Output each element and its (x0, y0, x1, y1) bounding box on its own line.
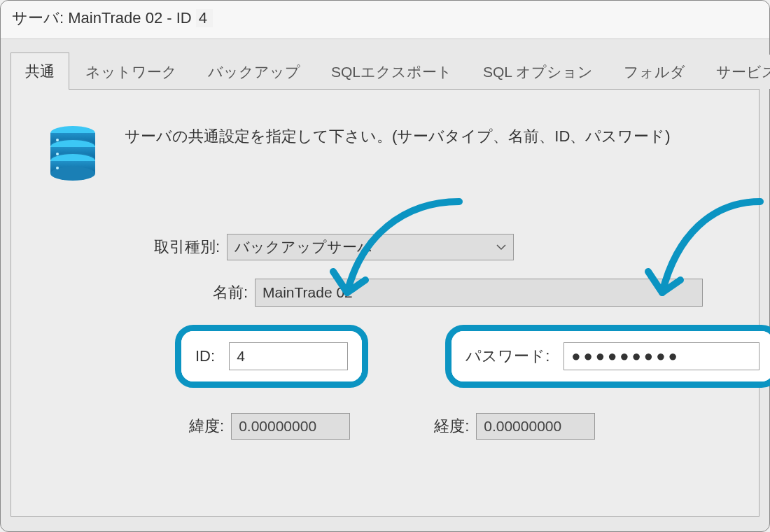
id-highlight: ID: (175, 325, 368, 388)
server-config-window: サーバ: MainTrade 02 - ID 4 共通 ネットワーク バックアッ… (0, 0, 770, 532)
window-title: サーバ: MainTrade 02 - ID 4 (1, 1, 769, 39)
longitude-input[interactable] (476, 413, 595, 440)
tab-sql-export[interactable]: SQLエクスポート (316, 55, 467, 89)
panel-description: サーバの共通設定を指定して下さい。(サーバタイプ、名前、ID、パスワード) (125, 123, 671, 147)
chevron-down-icon (496, 241, 506, 253)
trade-type-select[interactable]: バックアップサーバ (227, 234, 514, 260)
latitude-input[interactable] (231, 413, 350, 440)
tab-sql-options[interactable]: SQL オプション (468, 55, 608, 89)
svg-point-9 (56, 139, 59, 141)
tab-folder[interactable]: フォルダ (609, 55, 700, 89)
tab-backup[interactable]: バックアップ (193, 55, 315, 89)
id-label: ID: (195, 347, 215, 365)
tab-panel-common: サーバの共通設定を指定して下さい。(サーバタイプ、名前、ID、パスワード) 取引… (10, 90, 760, 517)
tab-service[interactable]: サービス (701, 55, 770, 89)
password-highlight: パスワード: (445, 325, 770, 388)
form-grid: 取引種別: バックアップサーバ 名前: ID: (136, 234, 734, 440)
longitude-label: 経度: (434, 416, 469, 437)
password-input[interactable] (564, 342, 760, 370)
title-sep: - ID (162, 9, 196, 27)
server-icon (45, 123, 101, 185)
name-input[interactable] (255, 279, 703, 307)
title-server-name: MainTrade 02 (68, 9, 162, 27)
svg-point-10 (56, 153, 59, 155)
tab-network[interactable]: ネットワーク (71, 55, 192, 89)
trade-type-value: バックアップサーバ (234, 237, 372, 257)
id-input[interactable] (229, 342, 348, 370)
tab-container: 共通 ネットワーク バックアップ SQLエクスポート SQL オプション フォル… (1, 39, 769, 517)
title-server-id: 4 (196, 9, 213, 27)
trade-type-label: 取引種別: (136, 237, 220, 258)
tab-common[interactable]: 共通 (10, 52, 69, 90)
tab-strip: 共通 ネットワーク バックアップ SQLエクスポート SQL オプション フォル… (10, 52, 760, 90)
name-label: 名前: (164, 282, 248, 303)
password-label: パスワード: (465, 346, 550, 367)
latitude-label: 緯度: (189, 416, 224, 437)
svg-point-11 (56, 167, 59, 169)
title-prefix: サーバ: (12, 9, 68, 27)
